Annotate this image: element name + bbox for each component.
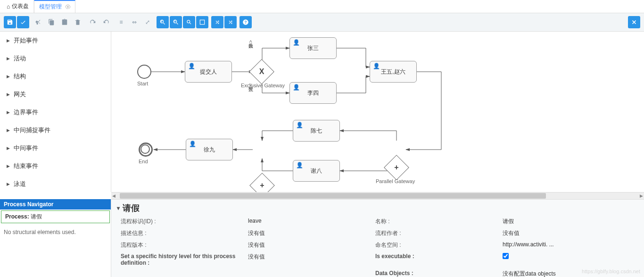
user-icon: 👤 xyxy=(296,122,303,128)
close-editor-button[interactable] xyxy=(628,16,640,28)
zoom-reset-button[interactable] xyxy=(183,16,195,28)
palette-structure[interactable]: 结构 xyxy=(0,67,111,85)
zoom-in-button[interactable] xyxy=(157,16,169,28)
task-label: 王五,赵六 xyxy=(381,68,405,76)
task-xujiu[interactable]: 👤徐九 xyxy=(186,139,233,160)
palette-label: 开始事件 xyxy=(14,36,38,45)
svg-rect-1 xyxy=(200,20,204,24)
task-zhangsan[interactable]: 👤张三 xyxy=(289,37,337,59)
copy-button[interactable] xyxy=(45,16,58,28)
start-event[interactable]: Start xyxy=(137,65,151,79)
cut-button[interactable] xyxy=(32,16,44,28)
task-label: 陈七 xyxy=(311,127,322,135)
zoom-fit-button[interactable] xyxy=(196,16,208,28)
help-button[interactable]: ? xyxy=(239,16,252,28)
palette-label: 结构 xyxy=(14,72,26,81)
tab-label: 仪表盘 xyxy=(12,2,29,10)
navigator-title: Process Navigator xyxy=(0,199,111,200)
undo-button[interactable] xyxy=(100,16,112,28)
palette-start-events[interactable]: 开始事件 xyxy=(0,32,111,50)
parallel-gateway-1[interactable]: + Parallel Gateway xyxy=(388,159,405,176)
user-icon: 👤 xyxy=(373,63,380,69)
end-label: End xyxy=(139,159,148,164)
tab-dashboard[interactable]: ⌂ 仪表盘 xyxy=(2,0,34,13)
condition-label-1: 天数<=1 xyxy=(247,40,254,48)
delete-button[interactable] xyxy=(72,16,84,28)
tab-bar: ⌂ 仪表盘 模型管理 ⓧ xyxy=(0,0,644,13)
palette-boundary-events[interactable]: 边界事件 xyxy=(0,103,111,121)
palette-label: 网关 xyxy=(14,90,26,99)
palette-activities[interactable]: 活动 xyxy=(0,50,111,67)
palette-swimlanes[interactable]: 泳道 xyxy=(0,175,111,192)
canvas[interactable]: Start 👤提交人 X Exclusive Gateway 天数<=1 天数>… xyxy=(111,32,644,192)
bendpoint-add-button[interactable]: ⤭ xyxy=(211,16,223,28)
toolbar: ≡ ⇔ ⤢ ⤭ ⤮ ? xyxy=(0,13,644,32)
exclusive-gateway[interactable]: X Exclusive Gateway xyxy=(253,63,271,81)
task-label: 李四 xyxy=(307,89,319,97)
user-icon: 👤 xyxy=(293,84,300,91)
palette-gateways[interactable]: 网关 xyxy=(0,85,111,103)
palette: 开始事件 活动 结构 网关 边界事件 中间捕捉事件 中间事件 结束事件 泳道 A… xyxy=(0,32,111,192)
user-icon: 👤 xyxy=(296,162,303,168)
svg-text:?: ? xyxy=(245,20,247,25)
save-button[interactable] xyxy=(4,16,16,28)
zoom-out-button[interactable] xyxy=(170,16,182,28)
validate-button[interactable] xyxy=(17,16,29,28)
scroll-thumb[interactable] xyxy=(120,193,546,199)
user-icon: 👤 xyxy=(293,39,300,46)
tab-model-management[interactable]: 模型管理 ⓧ xyxy=(34,0,75,13)
palette-label: 泳道 xyxy=(14,180,26,188)
palette-end-events[interactable]: 结束事件 xyxy=(0,157,111,175)
start-label: Start xyxy=(137,81,148,86)
condition-label-2: 天数>1 xyxy=(247,84,254,89)
home-icon: ⌂ xyxy=(7,3,10,10)
end-event[interactable]: End xyxy=(139,143,153,157)
palette-label: 中间事件 xyxy=(14,144,38,152)
properties-panel: 请假 流程标识(ID) : leave 名称 : 请假 描述信息 : 没有值 流… xyxy=(111,199,644,200)
palette-intermediate-events[interactable]: 中间事件 xyxy=(0,139,111,157)
size-button[interactable]: ⤢ xyxy=(141,16,154,28)
task-chenqi[interactable]: 👤陈七 xyxy=(293,120,340,142)
palette-label: 结束事件 xyxy=(14,162,38,170)
process-navigator: Process Navigator Process: 请假 No structu… xyxy=(0,199,111,200)
redo-button[interactable] xyxy=(87,16,99,28)
task-label: 张三 xyxy=(307,44,319,52)
tab-label: 模型管理 xyxy=(39,3,62,11)
bendpoint-remove-button[interactable]: ⤮ xyxy=(224,16,237,28)
task-submit[interactable]: 👤提交人 xyxy=(185,61,232,83)
task-wangwu[interactable]: 👤王五,赵六 xyxy=(370,61,417,83)
close-icon[interactable]: ⓧ xyxy=(66,4,70,10)
paste-button[interactable] xyxy=(58,16,71,28)
distribute-button[interactable]: ⇔ xyxy=(128,16,140,28)
task-label: 徐九 xyxy=(204,146,215,154)
workspace: 开始事件 活动 结构 网关 边界事件 中间捕捉事件 中间事件 结束事件 泳道 A… xyxy=(0,32,644,192)
task-label: 提交人 xyxy=(200,68,217,76)
user-icon: 👤 xyxy=(188,63,195,69)
palette-label: 边界事件 xyxy=(14,108,38,117)
task-label: 谢八 xyxy=(311,167,322,175)
svg-point-0 xyxy=(187,20,190,23)
gateway-label: Parallel Gateway xyxy=(376,178,415,184)
horizontal-scrollbar[interactable] xyxy=(111,192,644,200)
palette-label: 活动 xyxy=(14,54,26,63)
palette-label: 中间捕捉事件 xyxy=(14,126,50,134)
edges xyxy=(111,32,630,192)
task-xieba[interactable]: 👤谢八 xyxy=(293,160,340,182)
palette-intermediate-catch[interactable]: 中间捕捉事件 xyxy=(0,121,111,139)
align-button[interactable]: ≡ xyxy=(115,16,127,28)
task-lisi[interactable]: 👤李四 xyxy=(289,82,337,104)
parallel-gateway-2[interactable]: + Parallel Gateway xyxy=(253,176,271,192)
user-icon: 👤 xyxy=(189,141,196,147)
